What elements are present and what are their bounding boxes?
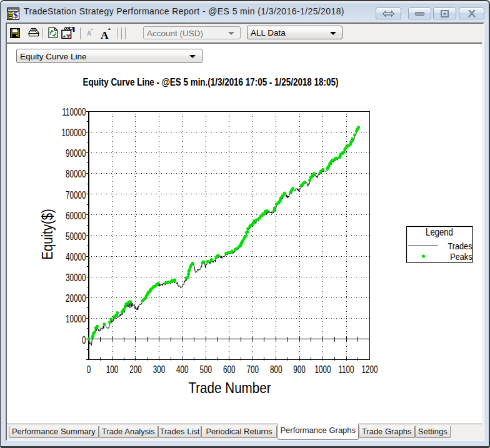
svg-text:10000: 10000 [66,314,86,325]
svg-text:300: 300 [153,364,166,375]
svg-text:Legend: Legend [426,227,453,237]
svg-text:20000: 20000 [66,292,86,304]
svg-text:40000: 40000 [66,251,86,262]
svg-text:Trade Number: Trade Number [188,380,271,397]
svg-text:800: 800 [270,364,282,375]
svg-text:70000: 70000 [66,189,86,201]
svg-text:1200: 1200 [362,364,378,375]
svg-text:400: 400 [176,364,189,375]
svg-text:Equity($): Equity($) [39,209,56,260]
svg-text:1100: 1100 [338,364,354,375]
svg-text:50000: 50000 [66,231,86,242]
svg-text:Peaks: Peaks [450,251,472,261]
svg-text:700: 700 [246,364,259,375]
svg-text:Trades: Trades [448,241,472,251]
svg-text:900: 900 [293,364,306,375]
svg-text:30000: 30000 [66,272,86,283]
svg-text:90000: 90000 [66,147,86,159]
svg-text:110000: 110000 [62,106,86,117]
svg-text:0: 0 [87,364,91,375]
svg-text:600: 600 [223,364,236,375]
svg-text:100: 100 [106,364,119,375]
svg-text:0: 0 [82,334,86,346]
svg-text:80000: 80000 [66,169,86,180]
svg-text:200: 200 [129,364,142,375]
svg-text:500: 500 [200,364,212,375]
svg-text:60000: 60000 [66,210,86,221]
svg-text:1000: 1000 [315,364,331,375]
svg-text:Equity Curve Line - @ES 5 min.: Equity Curve Line - @ES 5 min.(1/3/2016 … [83,77,339,87]
svg-text:100000: 100000 [62,127,86,138]
